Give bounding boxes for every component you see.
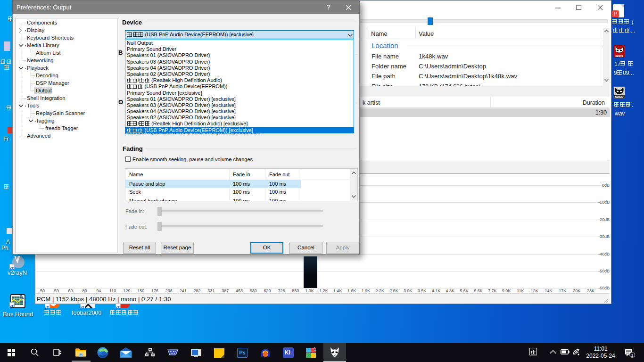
svg-text:1: 1	[631, 353, 633, 358]
